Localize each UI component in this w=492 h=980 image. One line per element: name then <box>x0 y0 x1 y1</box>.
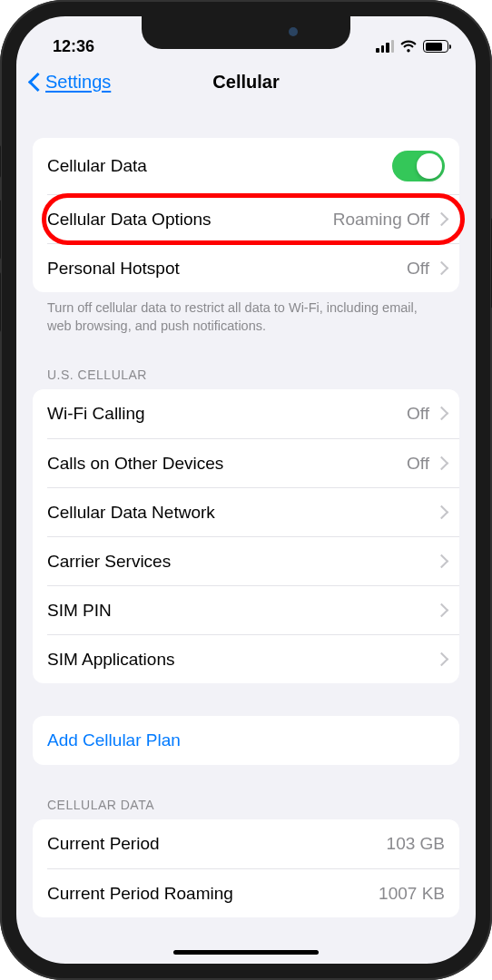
row-detail: Off <box>407 404 429 424</box>
row-cellular-data[interactable]: Cellular Data <box>33 138 459 194</box>
status-time: 12:36 <box>53 37 94 56</box>
row-sim-pin[interactable]: SIM PIN <box>47 585 459 634</box>
toggle-knob <box>417 153 442 179</box>
row-detail: 1007 KB <box>379 884 445 904</box>
back-button[interactable]: Settings <box>31 71 111 93</box>
chevron-right-icon <box>437 554 445 569</box>
status-indicators <box>376 40 448 53</box>
group-cellular-data-usage: CELLULAR DATA Current Period 103 GB Curr… <box>33 798 459 917</box>
row-detail: 103 GB <box>387 834 445 854</box>
row-label: Cellular Data <box>47 156 147 176</box>
phone-frame: 12:36 Settings Cellular <box>0 0 492 980</box>
row-label: Calls on Other Devices <box>47 454 223 474</box>
row-label: Wi-Fi Calling <box>47 404 145 424</box>
card-cellular-main: Cellular Data Cellular Data Options Roam… <box>33 138 459 292</box>
wifi-icon <box>399 40 418 53</box>
navigation-header: Settings Cellular <box>16 62 476 105</box>
group-add-plan: Add Cellular Plan <box>33 716 459 765</box>
notch <box>142 16 350 49</box>
chevron-right-icon <box>437 212 445 227</box>
row-label: Cellular Data Options <box>47 210 212 230</box>
chevron-right-icon <box>437 407 445 421</box>
row-cellular-data-network[interactable]: Cellular Data Network <box>47 487 459 536</box>
card-add-plan: Add Cellular Plan <box>33 716 459 765</box>
row-label: Current Period Roaming <box>47 884 233 904</box>
row-detail: Off <box>407 454 429 474</box>
battery-icon <box>423 40 448 53</box>
row-cellular-data-options[interactable]: Cellular Data Options Roaming Off <box>47 194 459 243</box>
chevron-right-icon <box>437 456 445 471</box>
row-label: Cellular Data Network <box>47 503 215 523</box>
card-cellular-data-usage: Current Period 103 GB Current Period Roa… <box>33 819 459 917</box>
row-calls-other-devices[interactable]: Calls on Other Devices Off <box>47 438 459 487</box>
row-detail: Roaming Off <box>333 210 429 230</box>
cellular-signal-icon <box>376 40 394 53</box>
chevron-right-icon <box>437 505 445 520</box>
row-add-cellular-plan[interactable]: Add Cellular Plan <box>33 716 459 765</box>
row-label: SIM PIN <box>47 601 112 621</box>
row-sim-applications[interactable]: SIM Applications <box>47 634 459 683</box>
volume-up-button <box>0 200 1 260</box>
chevron-right-icon <box>437 652 445 667</box>
row-current-period[interactable]: Current Period 103 GB <box>33 819 459 868</box>
row-current-period-roaming[interactable]: Current Period Roaming 1007 KB <box>47 868 459 917</box>
chevron-left-icon <box>31 71 44 93</box>
row-carrier-services[interactable]: Carrier Services <box>47 536 459 585</box>
row-label: Add Cellular Plan <box>47 730 181 750</box>
chevron-right-icon <box>437 603 445 618</box>
group-header: U.S. CELLULAR <box>33 368 459 389</box>
screen: 12:36 Settings Cellular <box>16 16 476 964</box>
group-us-cellular: U.S. CELLULAR Wi-Fi Calling Off Calls on… <box>33 368 459 683</box>
cellular-data-toggle[interactable] <box>392 151 445 181</box>
row-label: Carrier Services <box>47 552 171 572</box>
group-cellular-main: Cellular Data Cellular Data Options Roam… <box>33 138 459 335</box>
chevron-right-icon <box>437 261 445 276</box>
row-personal-hotspot[interactable]: Personal Hotspot Off <box>47 243 459 292</box>
back-label: Settings <box>45 72 111 93</box>
row-detail: Off <box>407 259 429 279</box>
row-wifi-calling[interactable]: Wi-Fi Calling Off <box>33 389 459 438</box>
volume-down-button <box>0 272 1 332</box>
group-header: CELLULAR DATA <box>33 798 459 819</box>
group-footer-text: Turn off cellular data to restrict all d… <box>33 292 459 335</box>
row-label: Current Period <box>47 834 160 854</box>
row-label: SIM Applications <box>47 650 174 670</box>
card-us-cellular: Wi-Fi Calling Off Calls on Other Devices… <box>33 389 459 683</box>
mute-switch <box>0 145 1 178</box>
home-indicator[interactable] <box>173 950 319 955</box>
page-title: Cellular <box>212 72 279 93</box>
row-label: Personal Hotspot <box>47 259 180 279</box>
content-scroll[interactable]: Cellular Data Cellular Data Options Roam… <box>16 105 476 953</box>
